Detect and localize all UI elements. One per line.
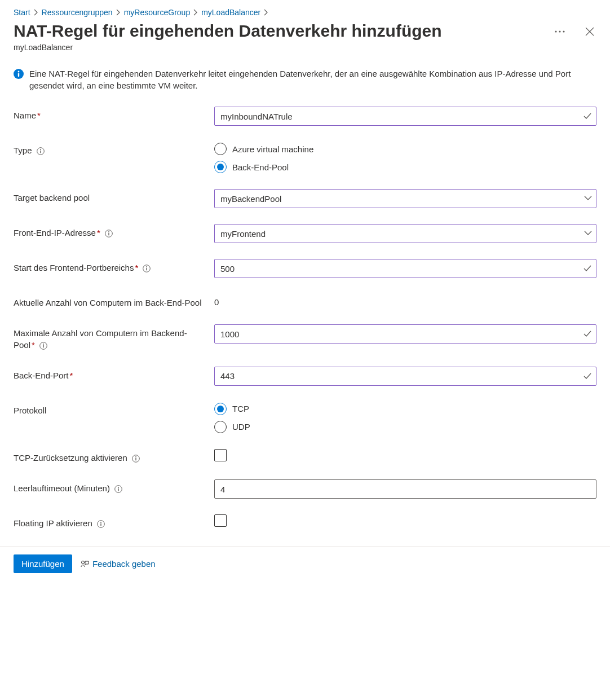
- svg-rect-14: [147, 268, 147, 271]
- max-machines-input[interactable]: [214, 324, 596, 344]
- chevron-right-icon: [116, 9, 121, 16]
- radio-label: TCP: [232, 404, 249, 413]
- label-frontend-port-start: Start des Frontend-Portbereichs: [14, 263, 134, 272]
- breadcrumb-item-myresourcegroup[interactable]: myResourceGroup: [124, 8, 191, 17]
- info-outline-icon[interactable]: [143, 265, 151, 272]
- label-protocol: Protokoll: [14, 406, 46, 415]
- breadcrumb: Start Ressourcengruppen myResourceGroup …: [14, 8, 596, 17]
- chevron-right-icon: [34, 9, 38, 16]
- add-button[interactable]: Hinzufügen: [14, 554, 72, 573]
- radio-azure-vm[interactable]: Azure virtual machine: [214, 143, 596, 155]
- feedback-link[interactable]: Feedback geben: [80, 559, 156, 569]
- backend-port-input[interactable]: [214, 367, 596, 386]
- chevron-right-icon: [193, 9, 198, 16]
- more-button[interactable]: [552, 28, 567, 35]
- label-idle-timeout: Leerlauftimeout (Minuten): [14, 483, 110, 493]
- breadcrumb-item-resourcegroups[interactable]: Ressourcengruppen: [42, 8, 113, 17]
- radio-label: UDP: [232, 422, 250, 432]
- protocol-radio-group: TCP UDP: [214, 402, 596, 433]
- name-input[interactable]: [214, 107, 596, 126]
- svg-rect-17: [43, 345, 43, 347]
- chevron-right-icon: [264, 9, 268, 16]
- label-backend-port: Back-End-Port: [14, 371, 69, 380]
- breadcrumb-item-start[interactable]: Start: [14, 8, 30, 17]
- footer: Hinzufügen Feedback geben: [0, 546, 610, 584]
- idle-timeout-input[interactable]: [214, 479, 596, 499]
- ellipsis-icon: [555, 30, 565, 33]
- info-banner: Eine NAT-Regel für eingehenden Datenverk…: [14, 68, 596, 93]
- type-radio-group: Azure virtual machine Back-End-Pool: [214, 142, 596, 173]
- svg-point-25: [100, 522, 101, 523]
- svg-point-16: [43, 344, 44, 345]
- label-tcp-reset: TCP-Zurücksetzung aktivieren: [14, 453, 127, 463]
- info-outline-icon[interactable]: [39, 342, 47, 350]
- svg-rect-26: [100, 523, 101, 526]
- label-floating-ip: Floating IP aktivieren: [14, 518, 92, 528]
- label-target-backend-pool: Target backend pool: [14, 193, 90, 202]
- radio-backend-pool[interactable]: Back-End-Pool: [214, 161, 596, 173]
- svg-point-0: [555, 30, 556, 32]
- feedback-label: Feedback geben: [92, 559, 156, 569]
- feedback-icon: [80, 560, 89, 569]
- svg-point-7: [40, 149, 41, 150]
- info-icon: [14, 69, 24, 79]
- svg-rect-23: [118, 488, 118, 491]
- radio-tcp[interactable]: TCP: [214, 403, 596, 415]
- svg-point-1: [559, 30, 560, 32]
- radio-label: Back-End-Pool: [232, 162, 289, 172]
- svg-point-27: [81, 561, 84, 563]
- svg-point-2: [563, 30, 564, 32]
- label-type: Type: [14, 146, 32, 155]
- label-frontend-ip: Front-End-IP-Adresse: [14, 228, 96, 237]
- breadcrumb-item-myloadbalancer[interactable]: myLoadBalancer: [201, 8, 260, 17]
- radio-label: Azure virtual machine: [232, 144, 313, 154]
- frontend-port-start-input[interactable]: [214, 259, 596, 278]
- svg-rect-11: [108, 233, 109, 236]
- svg-point-13: [147, 266, 148, 267]
- floating-ip-checkbox[interactable]: [214, 514, 227, 527]
- info-text: Eine NAT-Regel für eingehenden Datenverk…: [29, 68, 596, 93]
- svg-rect-5: [18, 73, 19, 77]
- close-button[interactable]: [583, 25, 596, 38]
- close-icon: [585, 27, 594, 36]
- page-title: NAT-Regel für eingehenden Datenverkehr h…: [14, 20, 442, 42]
- tcp-reset-checkbox[interactable]: [214, 449, 227, 461]
- svg-rect-8: [40, 151, 41, 153]
- info-outline-icon[interactable]: [132, 455, 140, 463]
- info-outline-icon[interactable]: [37, 147, 45, 155]
- info-outline-icon[interactable]: [97, 520, 105, 528]
- svg-point-10: [108, 231, 109, 232]
- target-backend-pool-select[interactable]: [214, 189, 596, 208]
- info-outline-icon[interactable]: [114, 485, 122, 493]
- svg-rect-20: [135, 458, 136, 461]
- page-subtitle: myLoadBalancer: [14, 43, 596, 52]
- svg-point-22: [118, 487, 119, 488]
- label-name: Name: [14, 111, 36, 120]
- svg-point-19: [135, 456, 136, 457]
- radio-udp[interactable]: UDP: [214, 421, 596, 433]
- current-machines-value: 0: [214, 294, 596, 307]
- info-outline-icon[interactable]: [105, 230, 113, 237]
- label-current-machines: Aktuelle Anzahl von Computern im Back-En…: [14, 298, 202, 307]
- frontend-ip-select[interactable]: [214, 224, 596, 243]
- svg-point-4: [18, 71, 20, 72]
